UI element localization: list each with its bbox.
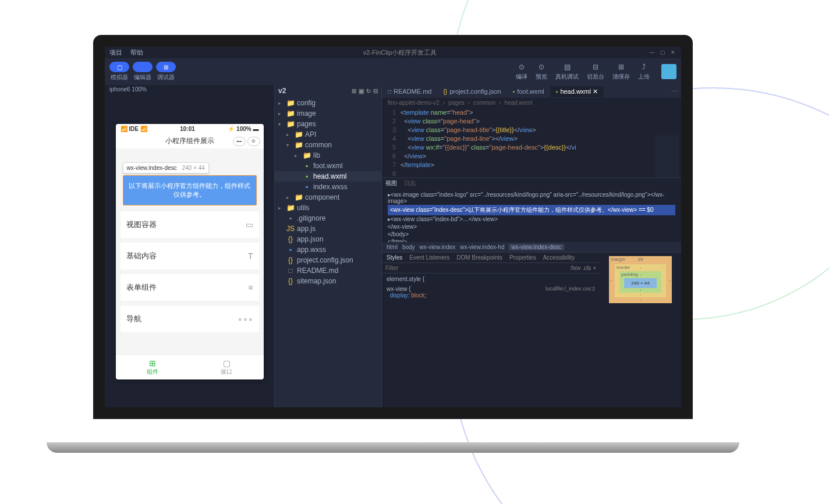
- tree-item-README.md[interactable]: □README.md: [275, 265, 381, 276]
- toolbar-pill-label-2: 调试器: [157, 73, 175, 81]
- tree-item-.gitignore[interactable]: ▪.gitignore: [275, 213, 381, 223]
- simulator-panel: iphone6 100% 📶 IDE 📶 10:01 ⚡ 100% ▬ 小程序组…: [105, 85, 275, 407]
- editor-tab-3[interactable]: ▪head.wxml ✕: [550, 86, 604, 97]
- crumb-2[interactable]: common: [473, 100, 495, 106]
- tabs-overflow-icon[interactable]: ⋯: [668, 88, 681, 95]
- element-node-3[interactable]: </wx-view>: [388, 223, 675, 230]
- phone-desc-highlighted[interactable]: 以下将展示小程序官方组件能力，组件样式仅供参考。: [123, 175, 257, 205]
- styles-tab-0[interactable]: Styles: [387, 254, 402, 261]
- status-battery: ⚡ 100% ▬: [228, 126, 258, 132]
- list-item-3[interactable]: 导航∘∘∘: [121, 306, 259, 332]
- box-margin-label: margin: [611, 257, 625, 262]
- phone-close-button[interactable]: ⊙: [247, 137, 260, 146]
- tree-item-pages[interactable]: ▾📁pages: [275, 119, 381, 129]
- toolbar-pill-2[interactable]: ⊞: [156, 62, 176, 72]
- new-file-icon[interactable]: ⊞: [352, 88, 356, 94]
- phone-body: wx-view.index-desc 240 × 44 以下将展示小程序官方组件…: [116, 148, 264, 354]
- tree-item-foot.wxml[interactable]: ▪foot.wxml: [275, 161, 381, 171]
- code-editor[interactable]: 12345678 <template name="head"> <view cl…: [382, 108, 681, 178]
- editor-panel: □README.md{}project.config.json▪foot.wxm…: [382, 85, 681, 407]
- laptop-screen: 项目 帮助 v2-FinClip小程序开发工具 ― ▢ ✕ ▢模拟器编辑器⊞调试…: [93, 35, 693, 419]
- phone-tab-bar: ⊞组件▢接口: [116, 354, 264, 379]
- phone-title-bar: 小程序组件展示 ••• ⊙: [116, 134, 264, 148]
- editor-tab-0[interactable]: □README.md: [382, 86, 437, 97]
- toolbar-action-3[interactable]: ⊟切后台: [587, 62, 604, 81]
- toolbar-action-1[interactable]: ⊙预览: [536, 62, 547, 81]
- styles-tab-1[interactable]: Event Listeners: [409, 254, 449, 261]
- element-node-1[interactable]: <wx-view class="index-desc">以下将展示小程序官方组件…: [388, 205, 675, 215]
- crumb-1[interactable]: pages: [448, 100, 464, 106]
- tree-item-project.config.json[interactable]: {}project.config.json: [275, 255, 381, 265]
- editor-tab-2[interactable]: ▪foot.wxml: [507, 86, 550, 97]
- css-rule-0[interactable]: element.style {: [387, 276, 595, 282]
- devtools-tab-log[interactable]: 日志: [404, 179, 416, 187]
- list-item-2[interactable]: 表单组件≡: [121, 274, 259, 301]
- crumb-0[interactable]: fino-applet-demo-v2: [388, 100, 440, 106]
- styles-filter-opts[interactable]: :hov .cls +: [566, 263, 600, 273]
- list-item-0[interactable]: 视图容器▭: [121, 211, 259, 238]
- tree-item-API[interactable]: ▸📁API: [275, 129, 381, 140]
- tree-item-common[interactable]: ▾📁common: [275, 140, 381, 150]
- dt-crumb-3[interactable]: wx-view.index-hd: [460, 244, 504, 250]
- tree-item-component[interactable]: ▸📁component: [275, 192, 381, 203]
- phone-tab-1[interactable]: ▢接口: [190, 355, 264, 379]
- element-node-4[interactable]: </body>: [388, 230, 675, 238]
- toolbar-action-0[interactable]: ⊙编译: [516, 62, 527, 81]
- tree-item-app.json[interactable]: {}app.json: [275, 234, 381, 244]
- tree-item-app.wxss[interactable]: ▪app.wxss: [275, 244, 381, 255]
- element-node-0[interactable]: ▸<wx-image class="index-logo" src="../re…: [388, 191, 675, 205]
- dt-crumb-1[interactable]: body: [402, 244, 415, 250]
- toolbar-pill-0[interactable]: ▢: [109, 62, 129, 72]
- dt-crumb-0[interactable]: html: [387, 244, 398, 250]
- minimap[interactable]: [656, 136, 679, 178]
- collapse-icon[interactable]: ⊟: [373, 88, 378, 94]
- elements-tree[interactable]: ▸<wx-image class="index-logo" src="../re…: [382, 189, 681, 242]
- styles-tab-2[interactable]: DOM Breakpoints: [456, 254, 502, 261]
- status-time: 10:01: [180, 126, 195, 132]
- new-folder-icon[interactable]: ▣: [359, 88, 364, 94]
- dt-crumb-4[interactable]: wx-view.index-desc: [509, 244, 564, 250]
- toolbar-action-2[interactable]: ▤真机调试: [555, 62, 579, 81]
- breadcrumb: fino-applet-demo-v2›pages›common›head.wx…: [382, 98, 681, 108]
- styles-filter-input[interactable]: [382, 263, 566, 273]
- phone-simulator: 📶 IDE 📶 10:01 ⚡ 100% ▬ 小程序组件展示 ••• ⊙ wx-…: [116, 124, 264, 379]
- box-padding-label: padding: [621, 272, 637, 277]
- tree-item-app.js[interactable]: JSapp.js: [275, 223, 381, 234]
- tree-item-config[interactable]: ▸📁config: [275, 98, 381, 108]
- tree-item-utils[interactable]: ▸📁utils: [275, 203, 381, 213]
- menu-project[interactable]: 项目: [109, 48, 122, 57]
- toolbar-pill-label-0: 模拟器: [111, 73, 128, 81]
- element-node-2[interactable]: ▸<wx-view class="index-bd">…</wx-view>: [388, 215, 675, 223]
- tree-item-sitemap.json[interactable]: {}sitemap.json: [275, 276, 381, 286]
- menu-help[interactable]: 帮助: [130, 48, 143, 57]
- editor-tab-1[interactable]: {}project.config.json: [437, 86, 506, 97]
- devtools-tab-view[interactable]: 视图: [385, 179, 397, 187]
- toolbar-action-4[interactable]: ⊞清缓存: [612, 62, 630, 81]
- laptop-camera: [393, 40, 396, 42]
- phone-tab-0[interactable]: ⊞组件: [116, 355, 190, 379]
- minimize-icon[interactable]: ―: [649, 49, 656, 55]
- user-avatar[interactable]: [661, 64, 676, 79]
- menubar: 项目 帮助 v2-FinClip小程序开发工具 ― ▢ ✕: [105, 47, 681, 58]
- maximize-icon[interactable]: ▢: [659, 49, 666, 55]
- phone-more-button[interactable]: •••: [233, 137, 246, 146]
- box-border-label: border: [617, 265, 630, 270]
- tree-item-lib[interactable]: ▸📁lib: [275, 150, 381, 161]
- styles-tab-4[interactable]: Accessibility: [543, 254, 575, 261]
- tree-item-image[interactable]: ▸📁image: [275, 108, 381, 119]
- close-icon[interactable]: ✕: [669, 49, 676, 55]
- toolbar-action-5[interactable]: ⤴上传: [638, 62, 650, 81]
- element-node-5[interactable]: </html>: [388, 238, 675, 242]
- list-item-1[interactable]: 基础内容T: [121, 243, 259, 269]
- css-rule-2[interactable]: localfile:/_index.css:2wx-view { display…: [387, 286, 595, 299]
- dt-crumb-2[interactable]: wx-view.index: [420, 244, 456, 250]
- tree-item-index.wxss[interactable]: ▪index.wxss: [275, 182, 381, 192]
- tree-item-head.wxml[interactable]: ▪head.wxml: [275, 171, 381, 182]
- toolbar-pill-1[interactable]: [133, 62, 153, 72]
- explorer-root: v2: [278, 87, 286, 95]
- crumb-3[interactable]: head.wxml: [505, 100, 533, 106]
- styles-tab-3[interactable]: Properties: [509, 254, 536, 261]
- phone-title: 小程序组件展示: [165, 136, 214, 146]
- refresh-icon[interactable]: ↻: [366, 88, 371, 94]
- code-lines[interactable]: <template name="head"> <view class="page…: [401, 109, 681, 176]
